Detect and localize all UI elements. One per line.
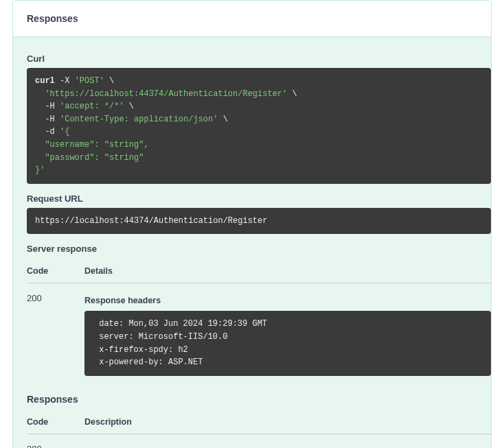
request-url-block[interactable]: https://localhost:44374/Authentication/R… [27, 208, 491, 235]
request-url-value: https://localhost:44374/Authentication/R… [35, 216, 267, 226]
responses-desc: Success [84, 444, 491, 448]
curl-flag-d: -d [45, 127, 54, 137]
server-response-label: Server response [27, 244, 491, 254]
responses-header: Responses [13, 1, 491, 37]
curl-body-l1: "username": "string", [35, 140, 149, 150]
curl-flag-h1: -H [45, 102, 54, 111]
curl-cmd: curl [35, 76, 55, 86]
server-details: Response headers date: Mon,03 Jun 2024 1… [84, 293, 491, 375]
curl-bs1: \ [109, 76, 114, 86]
col-code-header: Code [27, 266, 84, 276]
col-details-header: Details [84, 266, 491, 276]
curl-bs2: \ [292, 89, 297, 99]
curl-flag-h2: -H [45, 115, 54, 124]
server-row: 200 Response headers date: Mon,03 Jun 20… [27, 283, 491, 381]
responses-body: Curl curl -X 'POST' \ 'https://localhost… [13, 37, 491, 448]
curl-bs4: \ [223, 115, 228, 124]
server-table-header: Code Details [27, 259, 491, 283]
server-code: 200 [27, 293, 84, 375]
response-headers-label: Response headers [84, 296, 491, 305]
curl-flag-x: -X [60, 76, 69, 86]
curl-code-block[interactable]: curl -X 'POST' \ 'https://localhost:4437… [27, 68, 491, 184]
curl-ct: 'Content-Type: application/json' [60, 115, 218, 124]
request-url-label: Request URL [27, 193, 491, 204]
responses-table-header: Code Description [27, 410, 491, 434]
curl-body-l2: "password": "string" [35, 153, 144, 163]
responses-sub-label: Responses [27, 394, 491, 405]
responses-panel: Responses Curl curl -X 'POST' \ 'https:/… [12, 0, 492, 448]
curl-body-close: }' [35, 165, 45, 175]
responses-code: 200 [27, 444, 84, 448]
curl-method: 'POST' [75, 76, 104, 86]
responses-title: Responses [27, 13, 477, 24]
responses-row: 200 Success [27, 434, 491, 448]
response-headers-block[interactable]: date: Mon,03 Jun 2024 19:29:39 GMT serve… [84, 311, 491, 375]
resp-col-desc-header: Description [84, 417, 491, 427]
curl-bs3: \ [129, 102, 134, 111]
curl-accept: 'accept: */*' [60, 102, 124, 111]
curl-url: 'https://localhost:44374/Authentication/… [45, 89, 287, 99]
curl-label: Curl [27, 54, 491, 64]
resp-col-code-header: Code [27, 417, 84, 427]
responses-details: Success [84, 444, 491, 448]
curl-body-open: '{ [60, 127, 69, 137]
